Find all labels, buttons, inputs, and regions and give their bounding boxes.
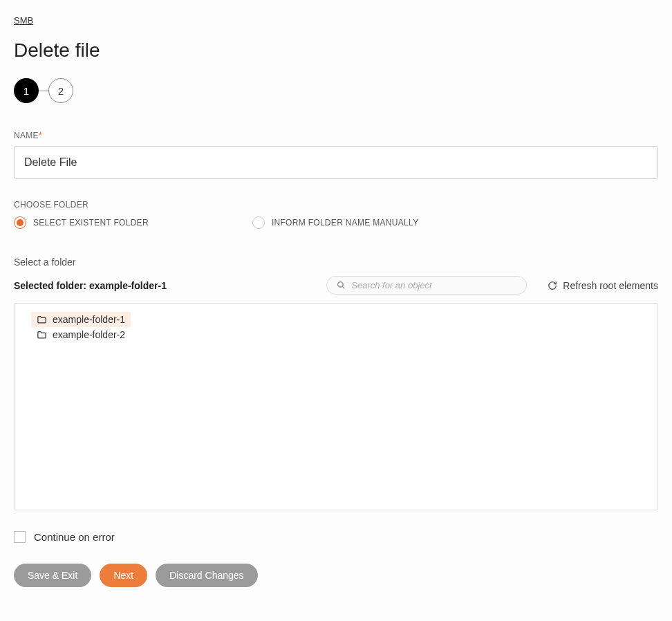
radio-label-manual: INFORM FOLDER NAME MANUALLY <box>272 218 419 228</box>
continue-on-error-row: Continue on error <box>14 531 658 543</box>
step-2[interactable]: 2 <box>48 78 73 103</box>
choose-folder-radio-group: SELECT EXISTENT FOLDER INFORM FOLDER NAM… <box>14 216 658 229</box>
radio-icon <box>252 216 265 229</box>
svg-line-1 <box>342 286 344 288</box>
name-label: NAME* <box>14 131 658 140</box>
tree-item[interactable]: example-folder-2 <box>31 327 131 342</box>
selected-folder-text: Selected folder: example-folder-1 <box>14 280 167 291</box>
search-box[interactable] <box>326 276 527 295</box>
page-title: Delete file <box>14 39 658 62</box>
search-input[interactable] <box>351 280 516 290</box>
tree-item[interactable]: example-folder-1 <box>31 312 131 327</box>
name-input[interactable] <box>14 146 658 179</box>
button-row: Save & Exit Next Discard Changes <box>14 564 658 587</box>
radio-label-existent: SELECT EXISTENT FOLDER <box>33 218 149 228</box>
select-folder-heading: Select a folder <box>14 257 658 268</box>
radio-icon <box>14 216 26 229</box>
stepper: 1 2 <box>14 78 658 103</box>
choose-folder-label: CHOOSE FOLDER <box>14 200 658 210</box>
step-1[interactable]: 1 <box>14 78 39 103</box>
step-connector <box>39 91 48 91</box>
tree-item-label: example-folder-2 <box>53 329 125 340</box>
discard-changes-button[interactable]: Discard Changes <box>156 564 257 587</box>
search-icon <box>337 281 346 290</box>
breadcrumb[interactable]: SMB <box>14 15 33 26</box>
save-exit-button[interactable]: Save & Exit <box>14 564 91 587</box>
continue-on-error-label: Continue on error <box>34 531 115 543</box>
svg-point-0 <box>338 282 344 288</box>
folder-icon <box>37 330 47 340</box>
refresh-icon <box>548 281 557 290</box>
folder-toolbar: Selected folder: example-folder-1 Refres… <box>14 276 658 295</box>
folder-tree: example-folder-1 example-folder-2 <box>14 303 658 510</box>
continue-on-error-checkbox[interactable] <box>14 531 26 543</box>
refresh-label: Refresh root elements <box>563 280 658 291</box>
radio-select-existent[interactable]: SELECT EXISTENT FOLDER <box>14 216 149 229</box>
radio-inform-manually[interactable]: INFORM FOLDER NAME MANUALLY <box>252 216 419 229</box>
tree-item-label: example-folder-1 <box>53 314 125 325</box>
folder-icon <box>37 315 47 325</box>
next-button[interactable]: Next <box>100 564 147 587</box>
refresh-root-elements[interactable]: Refresh root elements <box>548 280 658 291</box>
required-mark: * <box>39 131 42 140</box>
